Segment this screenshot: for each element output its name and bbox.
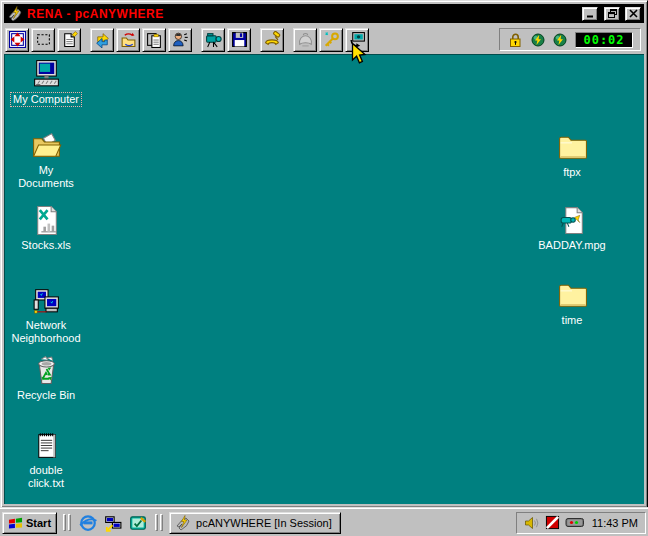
desktop-icon-label: Network Neighborhood xyxy=(8,319,84,345)
tray-clock[interactable]: 11:43 PM xyxy=(592,517,638,529)
quick-launch-connect[interactable] xyxy=(102,512,124,534)
screen: RENA - pcANYWHERE xyxy=(0,0,648,536)
windows-logo-icon xyxy=(8,516,23,530)
clipboard-transfer-icon xyxy=(146,31,163,48)
clipboard-transfer-button[interactable] xyxy=(142,28,166,52)
full-screen-button[interactable] xyxy=(5,28,29,52)
chat-button[interactable] xyxy=(168,28,192,52)
record-session-icon xyxy=(205,31,222,48)
pcanywhere-window: RENA - pcANYWHERE xyxy=(0,0,648,508)
encryption-button[interactable] xyxy=(319,28,343,52)
close-icon xyxy=(629,9,638,18)
chat-icon xyxy=(172,31,189,48)
desktop-icon-network-neighborhood[interactable]: Network Neighborhood xyxy=(8,284,84,345)
save-screen-icon xyxy=(231,31,248,48)
session-properties-button[interactable] xyxy=(57,28,81,52)
pcanywhere-icon xyxy=(175,515,191,531)
full-screen-icon xyxy=(9,31,26,48)
volume-icon[interactable] xyxy=(524,515,540,531)
my-documents-icon xyxy=(30,129,63,162)
taskbar-divider xyxy=(155,514,163,531)
desktop-icon-label: ftpx xyxy=(561,166,583,179)
modem-icon[interactable] xyxy=(565,516,585,529)
internet-explorer-icon xyxy=(79,514,97,532)
end-session-button[interactable] xyxy=(260,28,284,52)
toolbar-group-record xyxy=(201,28,251,52)
desktop-icon-label: My Computer xyxy=(11,93,81,106)
screen-area-button[interactable] xyxy=(31,28,55,52)
desktop-icon-stocks-xls[interactable]: Stocks.xls xyxy=(8,204,84,252)
desktop-icon-label: Stocks.xls xyxy=(19,239,73,252)
restart-host-icon xyxy=(297,31,314,48)
restore-button[interactable] xyxy=(604,7,620,21)
desktop-icon-label: My Documents xyxy=(8,164,84,190)
desktop-icon-label: double click.txt xyxy=(8,464,84,490)
excel-file-icon xyxy=(30,204,63,237)
save-screen-button[interactable] xyxy=(227,28,251,52)
channels-icon xyxy=(129,514,147,532)
end-session-icon xyxy=(264,31,281,48)
desktop-icon-label: time xyxy=(560,314,585,327)
task-button-label: pcANYWHERE [In Session] xyxy=(196,517,332,529)
session-properties-icon xyxy=(61,31,78,48)
taskbar: Start xyxy=(0,508,648,536)
desktop-icon-label: BADDAY.mpg xyxy=(536,239,607,252)
desktop-icon-recycle-bin[interactable]: Recycle Bin xyxy=(8,354,84,402)
file-transfer-button[interactable] xyxy=(90,28,114,52)
remote-screen-button[interactable] xyxy=(345,28,369,52)
remote-desktop[interactable]: My Computer My Documents xyxy=(4,54,644,504)
folder-icon xyxy=(556,131,589,164)
start-label: Start xyxy=(26,517,51,529)
session-timer: 00:02 xyxy=(575,32,633,48)
encryption-key-icon xyxy=(323,31,340,48)
video-file-icon xyxy=(556,204,589,237)
screen-area-icon xyxy=(35,31,52,48)
desktop-icon-my-documents[interactable]: My Documents xyxy=(8,129,84,190)
file-transfer-icon xyxy=(94,31,111,48)
restart-host-button xyxy=(293,28,317,52)
folder-sync-button[interactable] xyxy=(116,28,140,52)
activity-orb-icon xyxy=(553,33,567,47)
close-button[interactable] xyxy=(625,7,641,21)
recycle-bin-icon xyxy=(30,354,63,387)
minimize-icon xyxy=(586,9,595,18)
window-title: RENA - pcANYWHERE xyxy=(27,7,578,21)
system-tray: 11:43 PM xyxy=(516,512,646,534)
toolbar-group-session xyxy=(260,28,284,52)
folder-icon xyxy=(556,279,589,312)
quick-launch-internet-explorer[interactable] xyxy=(77,512,99,534)
task-button-pcanywhere[interactable]: pcANYWHERE [In Session] xyxy=(169,512,341,534)
activity-orb-icon xyxy=(531,33,545,47)
desktop-icon-double-click-txt[interactable]: double click.txt xyxy=(8,429,84,490)
toolbar-group-transfer xyxy=(90,28,192,52)
desktop-icon-time[interactable]: time xyxy=(534,279,610,327)
toolbar-group-view xyxy=(5,28,81,52)
network-neighborhood-icon xyxy=(30,284,63,317)
desktop-icon-badday-mpg[interactable]: BADDAY.mpg xyxy=(534,204,610,252)
my-computer-icon xyxy=(30,58,63,91)
pcanywhere-icon xyxy=(7,6,23,22)
start-button[interactable]: Start xyxy=(2,512,57,534)
folder-sync-icon xyxy=(120,31,137,48)
no-connection-icon[interactable] xyxy=(545,515,560,530)
session-toolbar: 00:02 xyxy=(4,25,644,54)
titlebar[interactable]: RENA - pcANYWHERE xyxy=(4,4,644,23)
minimize-button[interactable] xyxy=(582,7,598,21)
toolbar-group-host xyxy=(293,28,369,52)
restore-icon xyxy=(608,9,617,18)
remote-screen-icon xyxy=(349,31,366,48)
taskbar-divider xyxy=(63,514,71,531)
desktop-icon-ftpx[interactable]: ftpx xyxy=(534,131,610,179)
record-session-button[interactable] xyxy=(201,28,225,52)
desktop-icon-my-computer[interactable]: My Computer xyxy=(8,58,84,106)
dialup-connect-icon xyxy=(104,514,122,532)
desktop-icon-label: Recycle Bin xyxy=(15,389,77,402)
quick-launch-channels[interactable] xyxy=(127,512,149,534)
session-status-panel: 00:02 xyxy=(499,28,641,51)
text-file-icon xyxy=(30,429,63,462)
lock-icon xyxy=(507,32,523,48)
